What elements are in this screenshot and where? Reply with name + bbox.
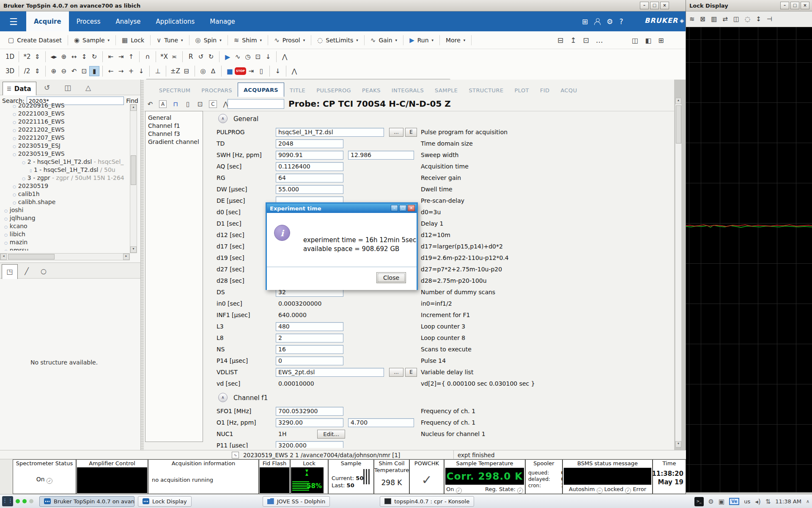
- tree-vertical-scrollbar[interactable]: ▴ ▾: [130, 104, 137, 253]
- parameters-scrollbar[interactable]: ▴ ▾: [675, 97, 682, 448]
- param-value-field[interactable]: 700.0532900: [276, 407, 343, 416]
- volume-icon[interactable]: ◂): [755, 498, 760, 505]
- lock-display-screen[interactable]: [686, 27, 812, 492]
- desktop-pager-dot[interactable]: [22, 499, 27, 503]
- tree-node-icon[interactable]: ○: [13, 193, 16, 197]
- lock-mode-icon[interactable]: ◌: [745, 15, 750, 23]
- fit-width-button[interactable]: ↔: [69, 52, 79, 61]
- edit-nucleus-button[interactable]: Edit...: [317, 430, 345, 439]
- display-tray-icon[interactable]: ▣: [719, 498, 724, 505]
- tab-structure[interactable]: STRUCTURE: [463, 83, 509, 97]
- collapse-section-icon[interactable]: ∧: [218, 393, 228, 402]
- tab-peaks[interactable]: PEAKS: [357, 83, 386, 97]
- tree-item-joshi[interactable]: ○joshi: [0, 206, 129, 214]
- param-value-field[interactable]: 64: [276, 174, 343, 182]
- window-arrange-icon[interactable]: ⊞: [582, 17, 588, 26]
- export-button[interactable]: ↥: [570, 36, 576, 44]
- tab-plot[interactable]: PLOT: [509, 83, 535, 97]
- sample-button[interactable]: ◉ Sample ▾: [69, 31, 114, 49]
- tree-item-jqlhuang[interactable]: ○jqlhuang: [0, 214, 129, 222]
- layout-side-button[interactable]: ◧: [645, 36, 651, 44]
- tree-item-procno1[interactable]: ▯1 - hsqcSel_1H_T2.dsl / 50u: [0, 166, 129, 174]
- lock-close-button[interactable]: ×: [801, 2, 809, 9]
- collapse-toolbar-button[interactable]: ⋀: [280, 52, 290, 61]
- more-actions-button[interactable]: …: [596, 36, 603, 44]
- help-icon[interactable]: ?: [620, 17, 623, 26]
- tree-node-icon[interactable]: ○: [4, 241, 8, 245]
- desktop-pager-dot[interactable]: [16, 499, 20, 503]
- tree-item-20230519-ews[interactable]: ○20230519_EWS: [0, 150, 129, 158]
- data-tab[interactable]: ☰ Data: [3, 82, 36, 95]
- calibrate-button[interactable]: ◎: [198, 66, 208, 76]
- menu-manage[interactable]: Manage: [202, 11, 243, 31]
- move-free-button[interactable]: +: [126, 66, 136, 76]
- spin-button[interactable]: ◎ Spin ▾: [191, 31, 226, 49]
- menu-process[interactable]: Process: [69, 11, 108, 31]
- dialog-maximize-button[interactable]: □: [399, 205, 406, 211]
- more-button[interactable]: More ▾: [441, 31, 470, 49]
- go-last-button[interactable]: ⇥: [116, 52, 126, 61]
- rotate-y-button[interactable]: ↻: [206, 52, 216, 61]
- task-topspin[interactable]: Bruker TopSpin 4.0.7 on avance70: [39, 496, 134, 507]
- minimize-button[interactable]: –: [640, 2, 649, 9]
- browse-button[interactable]: ...: [389, 368, 403, 377]
- tree-item-calibh-shape[interactable]: ○calibh.shape: [0, 198, 129, 206]
- parameter-filter-input[interactable]: [228, 99, 284, 109]
- lock-clear-icon[interactable]: ⊠: [700, 15, 706, 23]
- ve-tray-icon[interactable]: Ve: [729, 498, 739, 505]
- close-button[interactable]: Close: [376, 272, 406, 283]
- shim-button[interactable]: ≋ Shim ▾: [229, 31, 266, 49]
- temperature-button[interactable]: ▯: [256, 66, 266, 76]
- param-value-field[interactable]: 3290.00: [276, 418, 343, 427]
- history-icon[interactable]: ↺: [44, 83, 50, 92]
- probe-icon[interactable]: ▯: [184, 100, 191, 108]
- tree-item-20220916-ews[interactable]: ○20220916_EWS: [0, 102, 129, 110]
- lock-shift-icon[interactable]: ⇄: [722, 15, 728, 23]
- tree-node-icon[interactable]: ▯: [30, 168, 32, 173]
- param-value-field[interactable]: EWS_2pt.dsl: [276, 368, 384, 377]
- move-right-button[interactable]: →: [116, 66, 126, 76]
- dim-1d-button[interactable]: 1D: [4, 52, 16, 61]
- real-button[interactable]: R: [186, 52, 196, 61]
- dim-3d-button[interactable]: 3D: [4, 66, 16, 76]
- panel-splitter[interactable]: [141, 80, 144, 459]
- overlay-button[interactable]: ≍: [169, 52, 179, 61]
- lower-button[interactable]: ↓: [273, 66, 283, 76]
- menu-applications[interactable]: Applications: [148, 11, 203, 31]
- preview-tab[interactable]: ○: [36, 264, 52, 279]
- app-launcher-icon[interactable]: ⋮⋮: [2, 496, 13, 506]
- fid-display-button[interactable]: ∿: [233, 52, 243, 61]
- lock-signal-icon[interactable]: ≋: [689, 15, 695, 23]
- tab-acqu[interactable]: ACQU: [555, 83, 582, 97]
- close-button[interactable]: ×: [660, 2, 669, 9]
- annotate-tab[interactable]: ╱: [19, 264, 35, 279]
- lock-split-icon[interactable]: ◫: [733, 15, 739, 23]
- lock-maximize-button[interactable]: □: [790, 2, 799, 9]
- tab-fid[interactable]: FID: [535, 83, 555, 97]
- collapse-section-icon[interactable]: ∧: [218, 114, 228, 123]
- dialog-minimize-button[interactable]: –: [391, 205, 398, 211]
- tree-node-icon[interactable]: ○: [4, 225, 8, 229]
- create-dataset-button[interactable]: ▢ Create Dataset: [3, 31, 66, 49]
- panel-expand-icon[interactable]: ∧: [806, 499, 809, 504]
- param-value-field[interactable]: 9090.91: [276, 151, 343, 160]
- sample-flask-button[interactable]: ∆: [208, 66, 218, 76]
- save-button[interactable]: ⊟: [181, 66, 192, 76]
- tree-item-nmrsu[interactable]: ○nmrsu: [0, 246, 129, 251]
- tree-node-icon[interactable]: ○: [22, 177, 25, 181]
- tree-node-icon[interactable]: ○: [13, 112, 16, 116]
- print-button[interactable]: ⊟: [557, 36, 563, 44]
- reset-view-button[interactable]: ↻: [89, 52, 99, 61]
- tree-node-icon[interactable]: ○: [13, 120, 16, 124]
- param-value-field[interactable]: 480: [276, 322, 343, 331]
- tab-title[interactable]: TITLE: [284, 83, 311, 97]
- layout-split-button[interactable]: ◫: [632, 36, 638, 44]
- tree-item-20230519-esj[interactable]: ○20230519_ESJ: [0, 142, 129, 150]
- move-down-button[interactable]: ↓: [136, 66, 146, 76]
- lock-scale-icon[interactable]: ↕: [756, 15, 761, 23]
- tab-sample[interactable]: SAMPLE: [429, 83, 463, 97]
- scale-fit-button[interactable]: ⇕: [32, 52, 42, 61]
- param-value-field[interactable]: 55.000: [276, 185, 343, 194]
- tab-acqupars[interactable]: ACQUPARS: [238, 83, 284, 97]
- flask-icon[interactable]: △: [85, 83, 91, 92]
